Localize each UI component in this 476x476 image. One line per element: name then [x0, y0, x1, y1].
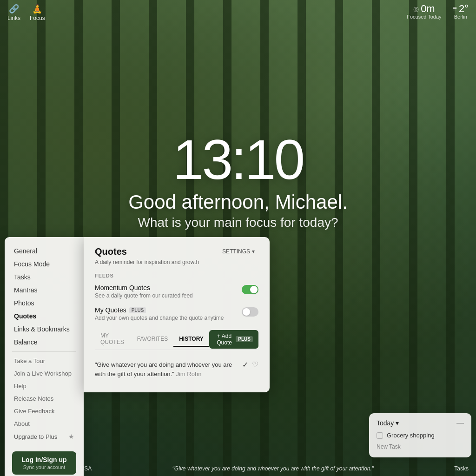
feed-info-momentum: Momentum Quotes See a daily quote from o…	[95, 284, 193, 299]
feed-item-momentum: Momentum Quotes See a daily quote from o…	[95, 284, 258, 299]
chevron-down-icon[interactable]: ▾	[396, 419, 399, 427]
add-quote-plus-badge: PLUS	[236, 336, 253, 342]
quote-entry: "Give whatever you are doing and whoever…	[95, 356, 258, 383]
sidebar-item-quotes-label: Quotes	[14, 312, 36, 320]
momentum-quotes-toggle[interactable]	[242, 285, 258, 294]
focus-time: 0m	[421, 4, 435, 14]
quote-text: "Give whatever you are doing and whoever…	[95, 360, 237, 378]
weather-stat: ≡ 2° Berlin	[453, 4, 469, 20]
weather-temp: 2°	[459, 4, 469, 14]
upgrade-to-plus-button[interactable]: Upgrade to Plus ★	[5, 430, 84, 443]
login-sub: Sync your account	[18, 464, 71, 470]
sidebar-item-tasks[interactable]: Tasks	[5, 271, 84, 284]
greeting: Good afternoon, Michael.	[128, 191, 348, 213]
tab-my-quotes[interactable]: MY QUOTES	[95, 329, 132, 350]
panel-title: Quotes	[95, 246, 127, 257]
add-quote-button[interactable]: + Add Quote PLUS	[209, 330, 258, 349]
sidebar-item-release-notes[interactable]: Release Notes	[5, 392, 84, 405]
bottom-quote: "Give whatever you are doing and whoever…	[172, 465, 374, 472]
quote-author: Jim Rohn	[176, 370, 201, 377]
links-label: Links	[7, 15, 20, 21]
tasks-button[interactable]: Tasks	[454, 465, 469, 472]
sidebar-divider	[12, 351, 76, 352]
login-button[interactable]: Log In/Sign up Sync your account	[12, 451, 76, 475]
login-label: Log In/Sign up	[18, 456, 71, 463]
focus-stat: ◎ 0m Focused Today	[407, 4, 441, 20]
sidebar-item-links-bookmarks-label: Links & Bookmarks	[14, 325, 70, 333]
sidebar-item-tasks-label: Tasks	[14, 273, 31, 281]
menu-icon: ≡	[453, 5, 457, 13]
sidebar-item-focus-mode[interactable]: Focus Mode	[5, 258, 84, 271]
add-quote-label: + Add Quote	[215, 333, 234, 346]
links-button[interactable]: 🔗 Links	[7, 4, 20, 21]
my-quotes-toggle[interactable]	[242, 307, 258, 317]
top-left: 🔗 Links 🧘 Focus	[7, 4, 45, 21]
tab-history[interactable]: HISTORY	[173, 332, 209, 347]
sidebar-item-links-bookmarks[interactable]: Links & Bookmarks	[5, 323, 84, 336]
sidebar-item-general[interactable]: General	[5, 245, 84, 258]
sidebar-item-mantras-label: Mantras	[14, 286, 38, 294]
sidebar-item-release-notes-label: Release Notes	[14, 395, 53, 402]
top-bar: 🔗 Links 🧘 Focus ◎ 0m Focused Today ≡ 2° …	[0, 0, 476, 25]
minimize-button[interactable]: —	[456, 419, 464, 427]
task-checkbox-grocery[interactable]	[377, 432, 383, 439]
task-item-grocery: Grocery shopping	[377, 432, 464, 439]
feed-info-my-quotes: My Quotes PLUS Add your own quotes and c…	[95, 306, 224, 321]
sidebar-item-general-label: General	[14, 247, 37, 255]
check-button[interactable]: ✓	[242, 360, 248, 369]
feed-desc-my-quotes: Add your own quotes and change the quote…	[95, 315, 224, 321]
sidebar-item-join-workshop[interactable]: Join a Live Workshop	[5, 367, 84, 380]
sidebar-nav: General Focus Mode Tasks Mantras Photos …	[5, 237, 84, 447]
sidebar-item-balance-label: Balance	[14, 338, 38, 346]
panel-subtitle: A daily reminder for inspiration and gro…	[95, 259, 258, 265]
sidebar-panel: General Focus Mode Tasks Mantras Photos …	[5, 237, 84, 476]
settings-label: SETTINGS	[222, 248, 250, 255]
greeting-question: What is your main focus for today?	[128, 215, 348, 230]
settings-dropdown-button[interactable]: SETTINGS ▾	[218, 246, 258, 257]
feed-item-my-quotes: My Quotes PLUS Add your own quotes and c…	[95, 306, 258, 321]
chevron-down-icon: ▾	[252, 248, 255, 255]
feed-name-momentum: Momentum Quotes	[95, 284, 193, 291]
tabs-row: MY QUOTES FAVORITES HISTORY + Add Quote …	[95, 329, 258, 350]
sidebar-item-help[interactable]: Help	[5, 380, 84, 392]
focus-ring-icon: ◎	[413, 5, 419, 13]
focus-icon: 🧘	[32, 4, 42, 14]
sidebar-item-help-label: Help	[14, 383, 26, 390]
today-label: Today	[377, 419, 394, 427]
sidebar-item-take-a-tour-label: Take a Tour	[14, 357, 45, 364]
clock-area: 13:10 Good afternoon, Michael. What is y…	[128, 132, 348, 230]
sidebar-item-join-workshop-label: Join a Live Workshop	[14, 370, 72, 377]
today-title: Today ▾	[377, 419, 399, 427]
panel-header: Quotes SETTINGS ▾	[95, 246, 258, 257]
today-header: Today ▾ —	[377, 419, 464, 427]
focus-label: Focus	[30, 15, 45, 21]
quotes-settings-panel: Quotes SETTINGS ▾ A daily reminder for i…	[84, 237, 270, 392]
sidebar-item-give-feedback[interactable]: Give Feedback	[5, 405, 84, 417]
star-icon: ★	[68, 433, 74, 440]
clock-time: 13:10	[128, 132, 348, 187]
today-widget: Today ▾ — Grocery shopping	[369, 413, 471, 457]
sidebar-item-balance[interactable]: Balance	[5, 336, 84, 349]
sidebar-item-photos-label: Photos	[14, 299, 34, 307]
quote-actions: ✓ ♡	[242, 360, 258, 369]
toggle-knob-2	[243, 308, 250, 316]
sidebar-item-about[interactable]: About	[5, 417, 84, 430]
sidebar-item-take-a-tour[interactable]: Take a Tour	[5, 355, 84, 367]
sidebar-item-about-label: About	[14, 420, 30, 427]
feed-desc-momentum: See a daily quote from our curated feed	[95, 292, 193, 299]
heart-button[interactable]: ♡	[252, 360, 258, 369]
sidebar-item-quotes[interactable]: Quotes	[5, 310, 84, 323]
new-task-input[interactable]	[377, 442, 464, 452]
tab-favorites[interactable]: FAVORITES	[132, 332, 173, 347]
top-right: ◎ 0m Focused Today ≡ 2° Berlin	[407, 4, 469, 20]
toggle-knob	[250, 286, 258, 293]
task-label-grocery: Grocery shopping	[387, 432, 435, 439]
feeds-label: FEEDS	[95, 273, 258, 278]
sidebar-item-mantras[interactable]: Mantras	[5, 284, 84, 297]
upgrade-label: Upgrade to Plus	[14, 433, 57, 440]
links-icon: 🔗	[9, 4, 19, 14]
feed-name-my-quotes: My Quotes PLUS	[95, 306, 224, 314]
weather-location: Berlin	[454, 14, 467, 20]
sidebar-item-photos[interactable]: Photos	[5, 297, 84, 310]
focus-button[interactable]: 🧘 Focus	[30, 4, 45, 21]
